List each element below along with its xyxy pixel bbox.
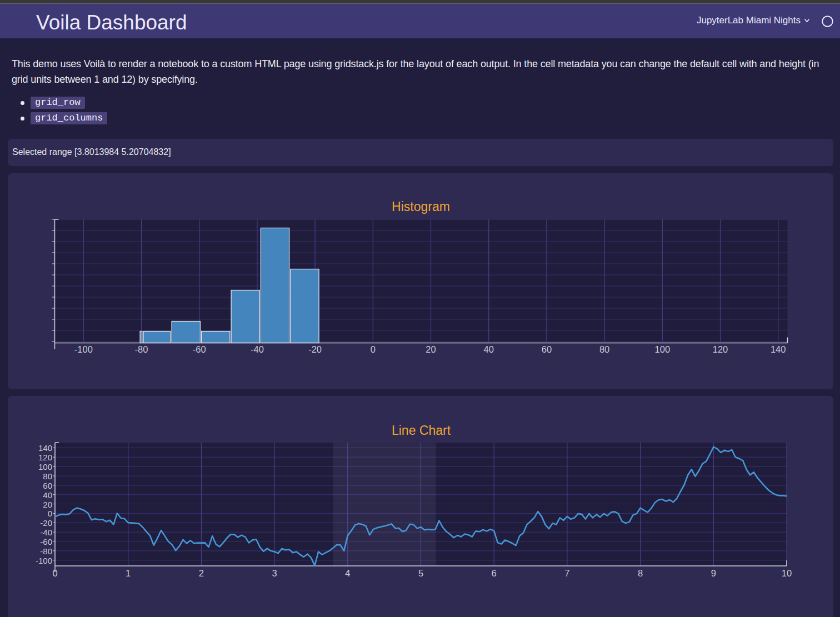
svg-text:60: 60 [43,481,52,490]
svg-text:60: 60 [542,344,552,354]
svg-text:-80: -80 [135,344,148,354]
svg-text:20: 20 [426,344,436,354]
svg-text:3: 3 [272,568,277,578]
svg-text:80: 80 [43,471,52,481]
svg-text:-40: -40 [40,528,52,537]
svg-text:8: 8 [638,568,643,578]
svg-text:100: 100 [655,344,671,354]
svg-text:0: 0 [48,509,52,518]
svg-text:-60: -60 [193,344,206,354]
svg-text:40: 40 [484,344,494,354]
svg-text:140: 140 [771,344,786,354]
svg-text:-100: -100 [74,344,93,354]
svg-text:5: 5 [418,568,423,578]
svg-text:120: 120 [38,453,52,462]
svg-text:-40: -40 [251,344,264,354]
svg-text:-20: -20 [308,344,322,354]
svg-text:Line Chart: Line Chart [392,423,451,438]
svg-text:4: 4 [345,568,350,578]
svg-text:100: 100 [38,462,52,471]
svg-text:40: 40 [43,490,52,500]
svg-text:2: 2 [199,568,204,578]
svg-text:Histogram: Histogram [392,199,450,214]
svg-text:80: 80 [599,344,609,354]
svg-text:0: 0 [371,344,376,354]
svg-text:6: 6 [492,568,497,578]
svg-text:-80: -80 [40,546,52,556]
svg-text:120: 120 [713,344,728,354]
svg-text:1: 1 [126,568,131,578]
svg-text:20: 20 [43,500,52,509]
svg-text:-20: -20 [40,518,52,528]
svg-text:-60: -60 [40,537,52,546]
svg-text:-100: -100 [36,556,52,565]
svg-text:10: 10 [782,568,792,578]
svg-text:0: 0 [52,568,57,578]
svg-text:9: 9 [711,568,716,578]
svg-text:7: 7 [564,568,569,578]
svg-text:140: 140 [38,443,52,453]
